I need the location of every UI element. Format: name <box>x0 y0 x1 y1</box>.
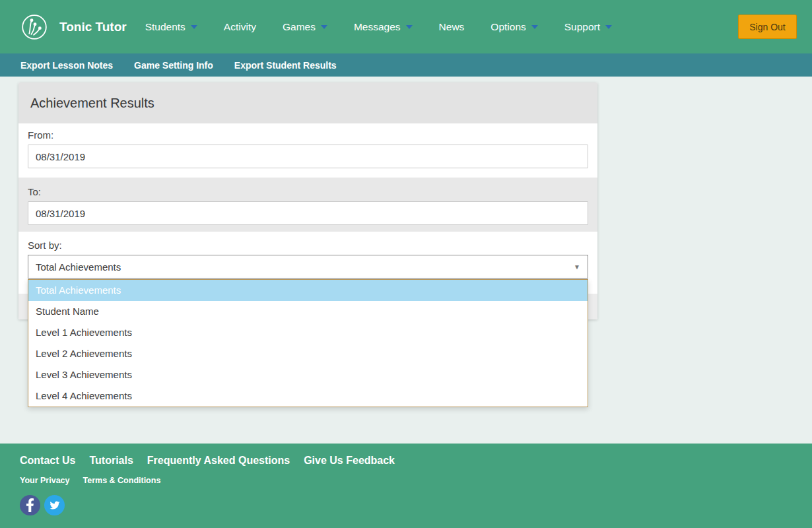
footer-links: Contact Us Tutorials Frequently Asked Qu… <box>20 455 812 467</box>
nav-options-label: Options <box>491 21 525 33</box>
nav-support[interactable]: Support <box>564 15 612 40</box>
main-nav: Students Activity Games Messages News Op… <box>145 15 638 40</box>
footer-your-privacy[interactable]: Your Privacy <box>20 476 70 485</box>
sort-option-level-1[interactable]: Level 1 Achievements <box>28 322 588 343</box>
nav-news[interactable]: News <box>439 15 465 40</box>
chevron-down-icon <box>605 25 612 29</box>
nav-students[interactable]: Students <box>145 15 197 40</box>
nav-games[interactable]: Games <box>283 15 327 40</box>
nav-activity[interactable]: Activity <box>224 15 256 40</box>
main-content: Achievement Results From: To: Sort by: T… <box>0 77 812 444</box>
caret-down-icon: ▼ <box>574 263 580 271</box>
sort-option-level-4[interactable]: Level 4 Achievements <box>28 385 588 407</box>
sort-select[interactable]: Total Achievements ▼ <box>28 255 588 279</box>
from-label: From: <box>28 129 588 141</box>
from-field-row: From: <box>18 123 597 178</box>
footer-faq[interactable]: Frequently Asked Questions <box>147 455 290 467</box>
footer-tutorials[interactable]: Tutorials <box>89 455 133 467</box>
brand-logo-link[interactable]: Tonic Tutor <box>21 14 127 40</box>
footer-feedback[interactable]: Give Us Feedback <box>304 455 395 467</box>
brand-name: Tonic Tutor <box>59 20 127 34</box>
chevron-down-icon <box>406 25 413 29</box>
footer-terms-conditions[interactable]: Terms & Conditions <box>83 476 161 485</box>
sort-dropdown-list: Total Achievements Student Name Level 1 … <box>28 279 588 407</box>
app-footer: Contact Us Tutorials Frequently Asked Qu… <box>0 444 812 528</box>
to-date-input[interactable] <box>28 201 588 225</box>
to-field-row: To: <box>18 178 597 232</box>
to-label: To: <box>28 186 588 197</box>
footer-contact-us[interactable]: Contact Us <box>20 455 75 467</box>
nav-activity-label: Activity <box>224 21 256 33</box>
nav-options[interactable]: Options <box>491 15 537 40</box>
twitter-icon[interactable] <box>44 495 65 515</box>
footer-legal-links: Your Privacy Terms & Conditions <box>20 476 812 485</box>
nav-messages[interactable]: Messages <box>354 15 413 40</box>
sort-option-level-3[interactable]: Level 3 Achievements <box>28 364 588 385</box>
footer-social-row <box>20 495 812 515</box>
sort-by-label: Sort by: <box>28 240 588 251</box>
sort-option-level-2[interactable]: Level 2 Achievements <box>28 343 588 364</box>
subnav-export-student-results[interactable]: Export Student Results <box>234 60 337 71</box>
nav-messages-label: Messages <box>354 21 401 33</box>
nav-games-label: Games <box>283 21 316 33</box>
facebook-icon[interactable] <box>20 495 40 515</box>
nav-news-label: News <box>439 21 465 33</box>
sort-field-row: Sort by: Total Achievements ▼ Total Achi… <box>18 232 597 294</box>
nav-students-label: Students <box>145 21 186 33</box>
from-date-input[interactable] <box>28 145 588 168</box>
chevron-down-icon <box>321 25 327 29</box>
sort-select-value: Total Achievements <box>36 261 121 273</box>
achievement-results-panel: Achievement Results From: To: Sort by: T… <box>18 82 597 319</box>
export-subnav: Export Lesson Notes Game Setting Info Ex… <box>0 53 812 77</box>
chevron-down-icon <box>531 25 538 29</box>
sort-option-student-name[interactable]: Student Name <box>28 301 588 322</box>
nav-support-label: Support <box>564 21 600 33</box>
panel-title: Achievement Results <box>18 82 597 123</box>
chevron-down-icon <box>191 25 197 29</box>
subnav-game-setting-info[interactable]: Game Setting Info <box>134 60 213 71</box>
tonic-tutor-logo-icon <box>21 14 48 40</box>
subnav-export-lesson-notes[interactable]: Export Lesson Notes <box>20 60 113 71</box>
sign-out-button[interactable]: Sign Out <box>738 15 797 39</box>
app-header: Tonic Tutor Students Activity Games Mess… <box>0 0 812 53</box>
sort-option-total-achievements[interactable]: Total Achievements <box>28 280 588 301</box>
